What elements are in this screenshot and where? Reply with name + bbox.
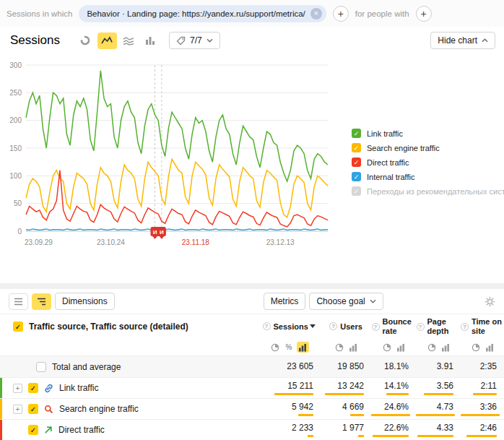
settings-gear-icon[interactable] — [485, 296, 495, 307]
legend-checkbox[interactable]: ✓ — [352, 129, 361, 138]
flat-list-view-button[interactable] — [9, 293, 28, 310]
segment-filter-chip[interactable]: Behavior · Landing page: https://yandex.… — [79, 5, 326, 22]
legend-label: Direct traffic — [367, 158, 409, 167]
info-icon[interactable]: ? — [329, 322, 337, 330]
expand-button[interactable]: + — [13, 405, 22, 414]
info-icon[interactable]: ? — [461, 323, 469, 331]
column-header-users[interactable]: ?Users — [321, 322, 371, 332]
row-label[interactable]: Link traffic — [59, 383, 98, 393]
select-all-checkbox[interactable]: ✓ — [13, 322, 23, 332]
metric-bar — [473, 393, 497, 395]
column-header-label: Bounce rate — [383, 317, 416, 335]
add-session-filter-button[interactable]: + — [333, 6, 349, 22]
table-row[interactable]: +✓Search engine traffic5 9424 66924.6%4.… — [0, 398, 504, 419]
pie-toggle-icon[interactable] — [381, 342, 393, 353]
legend-checkbox[interactable]: ✓ — [352, 172, 361, 181]
metric-value: 22.6% — [371, 423, 409, 433]
metric-bar — [466, 435, 497, 437]
metric-bar — [350, 414, 364, 416]
metric-cell: 3.91 — [416, 362, 461, 371]
metric-cell: 2:11 — [461, 381, 504, 395]
metric-value: 2:35 — [461, 362, 497, 371]
pie-toggle-icon[interactable] — [469, 342, 482, 353]
chart-note-pin[interactable]: И — [157, 227, 166, 239]
svg-text:100: 100 — [9, 172, 22, 180]
column-header-sessions[interactable]: ?Sessions — [257, 322, 321, 332]
chip-close-icon[interactable]: × — [310, 8, 322, 20]
legend-item[interactable]: ✓Internal traffic — [352, 172, 502, 181]
chevron-up-icon — [482, 38, 488, 43]
stacked-lines-icon — [123, 36, 134, 46]
row-label[interactable]: Direct traffic — [58, 425, 105, 435]
dimensions-button[interactable]: Dimensions — [55, 293, 115, 310]
legend-item[interactable]: ✓Direct traffic — [352, 158, 502, 167]
legend-checkbox[interactable]: ✓ — [352, 143, 361, 152]
percent-toggle-icon[interactable]: % — [283, 342, 295, 353]
metric-value: 18.1% — [371, 362, 409, 371]
metric-cell: 2:46 — [461, 423, 504, 437]
pie-toggle-icon[interactable] — [425, 342, 438, 353]
hide-chart-button[interactable]: Hide chart — [430, 32, 495, 49]
stacked-chart-type-button[interactable] — [119, 33, 139, 49]
metric-cell: 4 669 — [321, 402, 371, 416]
metric-value: 2:46 — [461, 423, 497, 433]
bars-toggle-icon[interactable] — [483, 342, 495, 353]
row-label[interactable]: Search engine traffic — [59, 404, 139, 414]
metric-cell: 3.56 — [416, 381, 461, 395]
table-row[interactable]: +✓Link traffic15 21113 24214.1%3.562:11 — [0, 377, 504, 398]
row-checkbox[interactable]: ✓ — [28, 425, 38, 435]
info-icon[interactable]: ? — [372, 323, 380, 331]
row-checkbox[interactable] — [36, 362, 46, 372]
chart-type-switcher — [76, 33, 160, 49]
metric-cell: 2:35 — [461, 362, 504, 371]
info-icon[interactable]: ? — [263, 322, 271, 330]
table-group-header-cell: ✓ Traffic source, Traffic source (detail… — [0, 322, 257, 332]
column-header-time-on-site[interactable]: ?Time on site — [461, 317, 504, 335]
table-group-header[interactable]: Traffic source, Traffic source (detailed… — [29, 322, 188, 332]
line-chart-type-button[interactable] — [97, 33, 117, 49]
pie-toggle-icon[interactable] — [269, 342, 282, 353]
metric-value: 14.1% — [371, 381, 409, 391]
row-checkbox[interactable]: ✓ — [28, 404, 38, 414]
bars-toggle-icon[interactable] — [347, 342, 359, 353]
pie-toggle-icon[interactable] — [333, 342, 345, 353]
metric-cell: 24.6% — [371, 402, 416, 416]
segments-dropdown[interactable]: 7/7 — [169, 32, 220, 49]
column-chart-type-button[interactable] — [141, 33, 160, 49]
metric-bar — [373, 435, 409, 437]
hide-chart-label: Hide chart — [438, 35, 477, 46]
donut-chart-icon — [80, 35, 90, 46]
legend-checkbox[interactable]: ✓ — [352, 158, 361, 167]
pie-chart-type-button[interactable] — [76, 33, 95, 49]
info-icon[interactable]: ? — [417, 323, 425, 331]
legend-item[interactable]: ✓Переходы из рекомендательных систем — [352, 186, 502, 196]
tree-view-button[interactable] — [32, 293, 51, 310]
bars-toggle-icon[interactable] — [297, 342, 309, 353]
column-chart-icon — [145, 36, 155, 45]
choose-goal-button[interactable]: Choose goal — [309, 293, 383, 310]
segment-filter-chip-text: Behavior · Landing page: https://yandex.… — [87, 9, 305, 18]
legend-item[interactable]: ✓Link traffic — [352, 129, 502, 138]
column-header-label: Page depth — [427, 317, 461, 335]
bars-toggle-icon[interactable] — [394, 342, 407, 353]
add-people-filter-button[interactable]: + — [416, 6, 432, 22]
table-toolbar: Dimensions Metrics Choose goal — [9, 292, 495, 311]
legend-checkbox[interactable]: ✓ — [352, 186, 361, 196]
svg-text:23.10.24: 23.10.24 — [97, 238, 125, 246]
metric-display-toggles — [461, 342, 504, 353]
column-header-page-depth[interactable]: ?Page depth — [416, 317, 461, 335]
bars-toggle-icon[interactable] — [439, 342, 451, 353]
row-name-cell: +✓Link traffic — [0, 383, 257, 393]
legend-item[interactable]: ✓Search engine traffic — [352, 143, 502, 152]
metric-bar — [308, 435, 313, 437]
table-row[interactable]: Total and average23 60519 85018.1%3.912:… — [0, 356, 504, 377]
table-row[interactable]: ✓Direct traffic2 2331 97722.6%4.332:46 — [0, 419, 504, 440]
expand-button[interactable]: + — [13, 384, 22, 393]
section-divider — [0, 283, 504, 289]
row-label: Total and average — [52, 362, 121, 372]
row-checkbox[interactable]: ✓ — [28, 383, 38, 393]
column-header-bounce-rate[interactable]: ?Bounce rate — [371, 317, 416, 335]
link-icon — [44, 384, 53, 393]
sessions-line-chart[interactable]: 05010015020025030023.09.2923.10.2423.11.… — [4, 61, 334, 254]
metrics-button[interactable]: Metrics — [264, 293, 306, 310]
